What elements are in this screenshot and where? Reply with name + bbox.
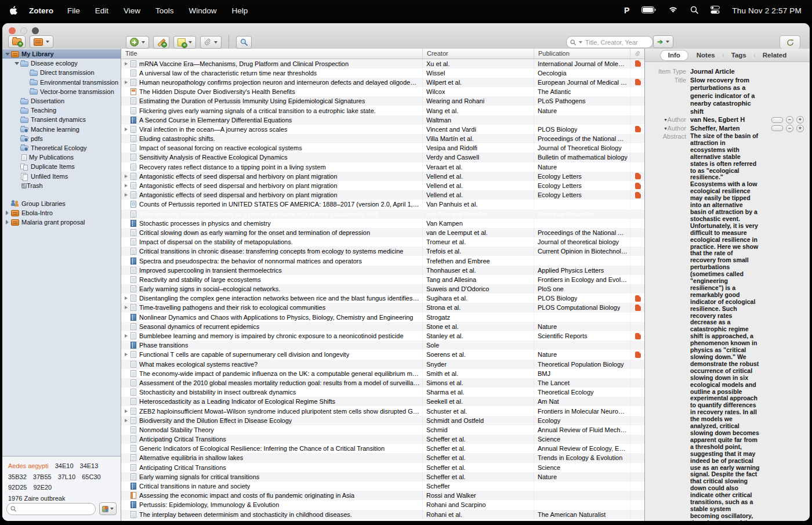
- add-author-button[interactable]: [796, 125, 804, 132]
- expand-arrow-icon[interactable]: [123, 410, 129, 413]
- table-row[interactable]: Eluding catastrophic shifts. Villa Martí…: [121, 134, 644, 143]
- minimize-window-button[interactable]: [20, 27, 27, 34]
- collection-row[interactable]: pdfs: [2, 134, 121, 143]
- collection-row[interactable]: Trash: [2, 181, 121, 190]
- search-input[interactable]: [584, 38, 649, 46]
- item-pane-tab[interactable]: Notes: [688, 50, 723, 61]
- control-center-icon[interactable]: [710, 6, 720, 16]
- tag-selector-options-button[interactable]: [99, 502, 117, 515]
- table-row[interactable]: Impact of seasonal forcing on reactive e…: [121, 143, 644, 153]
- tag[interactable]: 65C30: [82, 472, 100, 483]
- collection-row[interactable]: Theoretical Ecology: [2, 143, 121, 153]
- tag[interactable]: 34E13: [80, 461, 99, 472]
- app-menu-zotero[interactable]: Zotero: [29, 6, 53, 15]
- tag-search-input[interactable]: [19, 505, 92, 513]
- expand-arrow-icon[interactable]: [123, 128, 129, 131]
- table-row[interactable]: Nonlinear Dynamics and Chaos with Applic…: [121, 313, 644, 322]
- collection-row[interactable]: Duplicate Items: [2, 162, 121, 171]
- battery-icon[interactable]: [641, 6, 656, 15]
- table-row[interactable]: Critical transitions in chronic disease:…: [121, 247, 644, 256]
- expand-arrow-icon[interactable]: [123, 296, 129, 300]
- table-row[interactable]: Anticipating Critical Transitions Scheff…: [121, 463, 644, 472]
- author-field-mode-button[interactable]: [771, 125, 783, 131]
- disclosure-triangle-icon[interactable]: [3, 53, 11, 56]
- add-by-identifier-button[interactable]: [153, 36, 169, 49]
- table-row[interactable]: Seasonal dynamics of recurrent epidemics…: [121, 322, 644, 331]
- expand-arrow-icon[interactable]: [123, 419, 129, 422]
- new-item-button[interactable]: [126, 36, 149, 49]
- table-row[interactable]: Generic Indicators of Ecological Resilie…: [121, 444, 644, 453]
- table-row[interactable]: Estimating the Duration of Pertussis Imm…: [121, 96, 644, 106]
- menu-item[interactable]: Window: [189, 6, 217, 15]
- remove-author-button[interactable]: [786, 125, 793, 132]
- field-value[interactable]: Journal Article: [690, 68, 760, 76]
- table-row[interactable]: A Second Course in Elementary Differenti…: [121, 115, 644, 125]
- table-row[interactable]: Viral infection in the ocean—A journey a…: [121, 125, 644, 134]
- table-row[interactable]: Sensitivity Analysis of Reactive Ecologi…: [121, 153, 644, 162]
- table-row[interactable]: Early warning signs in social–ecological…: [121, 284, 644, 294]
- group-library-row[interactable]: Malaria grant proposal: [2, 218, 121, 227]
- menu-bar-clock[interactable]: Thu Nov 2 2:57 PM: [732, 6, 802, 15]
- tag-search-field[interactable]: [6, 503, 96, 515]
- table-row[interactable]: Assessment of the 2010 global measles mo…: [121, 378, 644, 388]
- expand-arrow-icon[interactable]: [123, 175, 129, 178]
- field-value[interactable]: Slow recovery from perturbations as a ge…: [690, 77, 760, 116]
- column-header-title[interactable]: Title: [121, 49, 423, 59]
- collection-row[interactable]: Machine learning: [2, 125, 121, 134]
- table-row[interactable]: Critical slowing down as early warning f…: [121, 228, 644, 237]
- search-scope-chevron-icon[interactable]: [579, 41, 582, 44]
- wifi-icon[interactable]: [668, 6, 678, 15]
- table-row[interactable]: Spectra and pseudospectra: the behavior …: [121, 256, 644, 265]
- table-row[interactable]: Improved supercooling in transient therm…: [121, 266, 644, 275]
- column-header-attachment[interactable]: [630, 49, 645, 59]
- table-row[interactable]: Human neuropathology confirms projection…: [121, 78, 644, 87]
- table-row[interactable]: Disentangling the complex gene interacti…: [121, 294, 644, 303]
- table-row[interactable]: Impact of dispersal on the stability of …: [121, 237, 644, 247]
- author-twisty-icon[interactable]: [665, 125, 667, 133]
- expand-arrow-icon[interactable]: [123, 62, 129, 66]
- collection-row[interactable]: Dissertation: [2, 96, 121, 106]
- sync-button[interactable]: [780, 35, 800, 49]
- new-collection-button[interactable]: [8, 35, 26, 48]
- table-row[interactable]: The economy-wide impact of pandemic infl…: [121, 369, 644, 378]
- collection-row[interactable]: My Library: [2, 49, 121, 59]
- collection-row[interactable]: Transient dynamics: [2, 115, 121, 124]
- item-pane-tab[interactable]: Related: [755, 50, 795, 61]
- expand-arrow-icon[interactable]: [123, 353, 129, 356]
- table-row[interactable]: mRNA Vaccine Era—Mechanisms, Drug Platfo…: [121, 59, 644, 68]
- field-value[interactable]: The size of the basin of attraction in e…: [690, 133, 760, 521]
- table-row[interactable]: Slow recovery from perturbations as a ge…: [121, 209, 644, 219]
- column-header-publication[interactable]: Publication: [534, 49, 630, 59]
- advanced-search-button[interactable]: [236, 36, 252, 49]
- spotlight-search-icon[interactable]: [690, 6, 698, 16]
- table-row[interactable]: Biodiversity and the Dilution Effect in …: [121, 416, 644, 425]
- expand-arrow-icon[interactable]: [123, 334, 129, 338]
- expand-arrow-icon[interactable]: [123, 193, 129, 197]
- item-pane-tab[interactable]: Info: [660, 50, 688, 61]
- column-header-creator[interactable]: Creator: [423, 49, 534, 59]
- table-row[interactable]: Phase transitions Sole: [121, 341, 644, 350]
- new-library-button[interactable]: [30, 35, 53, 48]
- table-row[interactable]: Heteroscedasticity as a Leading Indicato…: [121, 397, 644, 406]
- table-row[interactable]: Antagonistic effects of seed dispersal a…: [121, 181, 644, 190]
- expand-arrow-icon[interactable]: [123, 81, 129, 84]
- table-row[interactable]: Time-travelling pathogens and their risk…: [121, 303, 644, 312]
- add-attachment-button[interactable]: [200, 36, 222, 49]
- tag[interactable]: Aedes aegypti: [8, 461, 49, 472]
- menu-item[interactable]: Help: [232, 6, 248, 15]
- menu-item[interactable]: Tools: [155, 6, 174, 15]
- field-value[interactable]: Scheffer, Marten: [690, 125, 760, 133]
- tag[interactable]: 37L10: [58, 472, 76, 483]
- remove-author-button[interactable]: [786, 116, 793, 124]
- table-row[interactable]: Antagonistic effects of seed dispersal a…: [121, 172, 644, 181]
- collection-row[interactable]: Teaching: [2, 106, 121, 115]
- table-row[interactable]: What makes ecological systems reactive? …: [121, 360, 644, 369]
- table-row[interactable]: Anticipating Critical Transitions Scheff…: [121, 435, 644, 444]
- table-row[interactable]: The interplay between determinism and st…: [121, 510, 644, 519]
- table-row[interactable]: Counts of Pertussis reported in UNITED S…: [121, 200, 644, 209]
- table-row[interactable]: Flickering gives early warning signals o…: [121, 106, 644, 115]
- quick-search-field[interactable]: [566, 36, 653, 48]
- disclosure-triangle-icon[interactable]: [13, 62, 20, 65]
- tag[interactable]: 92E20: [33, 482, 52, 493]
- table-row[interactable]: Assessing the economic impact and costs …: [121, 491, 644, 500]
